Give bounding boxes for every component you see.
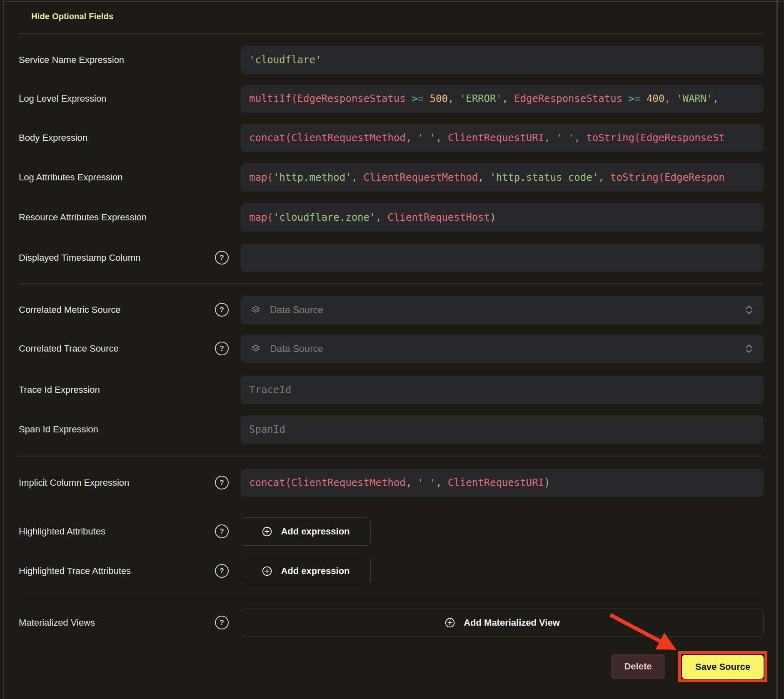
service-name-label: Service Name Expression bbox=[19, 46, 124, 74]
hide-optional-fields-link[interactable]: Hide Optional Fields bbox=[31, 12, 113, 21]
help-icon[interactable]: ? bbox=[215, 342, 229, 355]
save-source-button[interactable]: Save Source bbox=[682, 655, 764, 679]
section-divider bbox=[19, 33, 764, 34]
resource-attributes-label: Resource Attributes Expression bbox=[19, 203, 147, 232]
highlighted-attributes-row: Highlighted Attributes ? Add expression bbox=[0, 517, 784, 546]
service-name-input[interactable]: 'cloudflare' bbox=[241, 46, 764, 74]
correlated-trace-row: Correlated Trace Source ? Data Source bbox=[0, 335, 784, 363]
body-expression-row: Body Expression concat(ClientRequestMeth… bbox=[0, 124, 784, 152]
layers-icon bbox=[251, 344, 261, 354]
implicit-column-row: Implicit Column Expression ? concat(Clie… bbox=[0, 469, 784, 497]
add-expression-button[interactable]: Add expression bbox=[241, 557, 371, 585]
log-attributes-label: Log Attributes Expression bbox=[19, 163, 122, 192]
body-expression-input[interactable]: concat(ClientRequestMethod, ' ', ClientR… bbox=[241, 124, 764, 152]
service-name-row: Service Name Expression 'cloudflare' bbox=[0, 46, 784, 74]
resource-attributes-row: Resource Attributes Expression map('clou… bbox=[0, 203, 784, 232]
panel-top-border bbox=[3, 1, 784, 2]
correlated-metric-select[interactable]: Data Source bbox=[241, 296, 764, 324]
log-level-input[interactable]: multiIf(EdgeResponseStatus >= 500, 'ERRO… bbox=[241, 85, 764, 113]
source-settings-panel: Hide Optional Fields Service Name Expres… bbox=[0, 0, 784, 699]
circle-plus-icon bbox=[262, 526, 272, 537]
help-icon[interactable]: ? bbox=[215, 524, 229, 538]
help-icon[interactable]: ? bbox=[215, 251, 229, 265]
displayed-timestamp-label: Displayed Timestamp Column bbox=[19, 244, 140, 272]
highlighted-trace-attributes-label: Highlighted Trace Attributes bbox=[19, 557, 131, 585]
implicit-column-label: Implicit Column Expression bbox=[19, 469, 129, 497]
section-divider bbox=[19, 597, 764, 597]
circle-plus-icon bbox=[262, 566, 272, 577]
section-divider bbox=[19, 456, 764, 457]
highlighted-trace-attributes-row: Highlighted Trace Attributes ? Add expre… bbox=[0, 557, 784, 585]
log-attributes-row: Log Attributes Expression map('http.meth… bbox=[0, 163, 784, 192]
materialized-views-label: Materialized Views bbox=[19, 609, 95, 637]
span-id-row: Span Id Expression SpanId bbox=[0, 415, 784, 444]
log-level-row: Log Level Expression multiIf(EdgeRespons… bbox=[0, 85, 784, 113]
help-icon[interactable]: ? bbox=[215, 616, 229, 629]
log-attributes-input[interactable]: map('http.method', ClientRequestMethod, … bbox=[241, 163, 764, 192]
highlighted-attributes-label: Highlighted Attributes bbox=[19, 517, 105, 546]
displayed-timestamp-row: Displayed Timestamp Column ? bbox=[0, 244, 784, 272]
span-id-input[interactable]: SpanId bbox=[241, 415, 764, 444]
span-id-label: Span Id Expression bbox=[19, 415, 98, 444]
help-icon[interactable]: ? bbox=[215, 303, 229, 317]
trace-id-label: Trace Id Expression bbox=[19, 376, 100, 404]
add-expression-button[interactable]: Add expression bbox=[241, 517, 371, 546]
help-icon[interactable]: ? bbox=[215, 564, 229, 578]
correlated-trace-select[interactable]: Data Source bbox=[241, 335, 764, 363]
add-materialized-view-button[interactable]: Add Materialized View bbox=[241, 609, 764, 637]
input-placeholder: TraceId bbox=[241, 384, 291, 396]
correlated-trace-label: Correlated Trace Source bbox=[19, 335, 119, 363]
select-placeholder: Data Source bbox=[270, 343, 744, 354]
input-placeholder: SpanId bbox=[241, 424, 285, 435]
chevron-updown-icon bbox=[744, 343, 754, 354]
body-expression-label: Body Expression bbox=[19, 124, 87, 152]
trace-id-row: Trace Id Expression TraceId bbox=[0, 376, 784, 404]
log-level-label: Log Level Expression bbox=[19, 85, 106, 113]
chevron-updown-icon bbox=[744, 305, 754, 315]
materialized-views-row: Materialized Views ? Add Materialized Vi… bbox=[0, 609, 784, 637]
add-materialized-view-label: Add Materialized View bbox=[464, 617, 560, 628]
delete-button[interactable]: Delete bbox=[611, 654, 665, 679]
trace-id-input[interactable]: TraceId bbox=[241, 376, 764, 404]
implicit-column-input[interactable]: concat(ClientRequestMethod, ' ', ClientR… bbox=[241, 469, 764, 497]
resource-attributes-input[interactable]: map('cloudflare.zone', ClientRequestHost… bbox=[241, 203, 764, 232]
select-placeholder: Data Source bbox=[270, 305, 744, 316]
section-divider bbox=[19, 283, 764, 284]
displayed-timestamp-input[interactable] bbox=[241, 244, 764, 272]
layers-icon bbox=[251, 305, 261, 315]
correlated-metric-row: Correlated Metric Source ? Data Source bbox=[0, 296, 784, 324]
add-expression-label: Add expression bbox=[281, 566, 350, 577]
circle-plus-icon bbox=[444, 617, 455, 628]
correlated-metric-label: Correlated Metric Source bbox=[19, 296, 121, 324]
help-icon[interactable]: ? bbox=[215, 476, 229, 489]
add-expression-label: Add expression bbox=[281, 526, 350, 537]
